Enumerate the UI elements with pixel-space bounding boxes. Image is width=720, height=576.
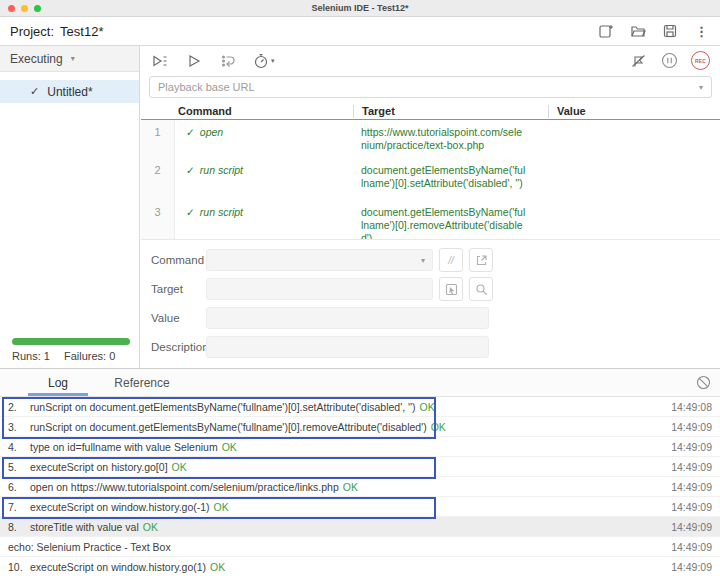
comment-toggle-button[interactable]: // [439,248,463,272]
find-target-icon[interactable] [469,277,493,301]
log-row-number: 7. [8,501,30,513]
log-row-text: echo: Selenium Practice - Text Box [8,541,171,553]
target-cell: document.getElementsByName('fullname')[0… [353,200,548,239]
log-rows: 2. runScript on document.getElementsByNa… [0,397,720,576]
column-header-command[interactable]: Command [175,105,353,117]
log-row-status: OK [431,421,446,433]
test-state-label: Executing [10,52,63,66]
log-row-timestamp: 14:49:09 [671,481,712,493]
log-row[interactable]: 2. runScript on document.getElementsByNa… [0,397,720,417]
failures-count: Failures: 0 [64,350,115,362]
open-project-icon[interactable] [629,23,646,40]
row-number: 3 [141,200,175,239]
step-passed-check-icon: ✓ [186,206,195,218]
log-row-timestamp: 14:49:09 [671,561,712,573]
tab-reference[interactable]: Reference [100,369,184,396]
playback-toolbar: ▾ REC [141,46,720,75]
log-row-timestamp: 14:49:09 [671,541,712,553]
save-project-icon[interactable] [661,23,678,40]
log-row-status: OK [343,481,358,493]
log-row[interactable]: 4. type on id=fullname with value Seleni… [0,437,720,457]
pause-on-exceptions-icon[interactable] [660,52,678,70]
test-passed-check-icon: ✓ [30,85,39,98]
column-header-target[interactable]: Target [353,105,548,118]
command-cell: run script [200,206,243,218]
main-content: ▾ REC Playback [141,46,720,368]
window-title: Selenium IDE - Test12* [0,3,720,13]
column-header-value[interactable]: Value [548,105,720,118]
disable-breakpoints-icon[interactable] [629,52,647,70]
selenium-ide-window: Selenium IDE - Test12* Project: Test12* [0,0,720,576]
project-name: Test12* [60,24,103,39]
command-select[interactable]: ▾ [206,249,433,271]
value-field-label: Value [151,312,206,324]
tests-sidebar: Executing ▾ ✓ Untitled* Runs: 1 Failures… [0,46,140,368]
sidebar-item-test[interactable]: ✓ Untitled* [0,80,139,103]
log-row-text: executeScript on window.history.go(-1) [30,501,210,513]
commands-table-header: Command Target Value [141,103,720,120]
playback-url-row: Playback base URL ▾ [141,75,720,103]
log-row-number: 4. [8,441,30,453]
commands-table: 1 ✓open https://www.tutorialspoint.com/s… [141,120,720,239]
log-row[interactable]: 5. executeScript on history.go[0] OK 14:… [0,457,720,477]
log-panel: Log Reference 2. runScript on document.g… [0,368,720,576]
log-row-number: 8. [8,521,30,533]
log-row-number: 5. [8,461,30,473]
target-input[interactable] [206,278,433,300]
playback-base-url-placeholder: Playback base URL [158,81,255,93]
clear-log-icon[interactable] [696,375,712,391]
project-label: Project: [10,24,54,39]
comment-toggle-label: // [448,255,454,266]
table-row[interactable]: 1 ✓open https://www.tutorialspoint.com/s… [141,120,720,158]
log-row-number: 2. [8,401,30,413]
test-speed-control[interactable]: ▾ [253,53,275,69]
select-target-icon[interactable] [439,277,463,301]
test-state-dropdown[interactable]: Executing ▾ [0,46,139,72]
command-field-label: Command [151,254,206,266]
target-cell: document.getElementsByName('fullname')[0… [353,158,548,200]
table-row[interactable]: 3 ✓run script document.getElementsByName… [141,200,720,239]
value-cell [548,200,720,239]
log-row[interactable]: 6. open on https://www.tutorialspoint.co… [0,477,720,497]
target-cell: https://www.tutorialspoint.com/selenium/… [353,120,548,158]
log-row-status: OK [143,521,158,533]
value-cell [548,158,720,200]
playback-base-url-input[interactable]: Playback base URL ▾ [149,76,712,98]
runs-count: Runs: 1 [12,350,50,362]
log-row[interactable]: 8. storeTitle with value val OK 14:49:09 [0,517,720,537]
command-edit-form: Command ▾ // Target [141,239,720,367]
log-row-text: executeScript on history.go[0] [30,461,168,473]
description-input[interactable] [206,336,489,358]
new-project-icon[interactable] [597,23,614,40]
log-highlight-box: 2. runScript on document.getElementsByNa… [0,397,720,437]
log-row-text: runScript on document.getElementsByName(… [30,401,416,413]
log-row-timestamp: 14:49:09 [671,421,712,433]
record-button[interactable]: REC [691,51,710,70]
run-current-test-icon[interactable] [185,52,203,70]
log-row-text: executeScript on window.history.go(1) [30,561,206,573]
log-row-status: OK [210,561,225,573]
log-row[interactable]: 3. runScript on document.getElementsByNa… [0,417,720,437]
log-row-timestamp: 14:49:09 [671,441,712,453]
test-name: Untitled* [47,85,92,99]
log-highlight-box: 5. executeScript on history.go[0] OK 14:… [0,457,720,477]
table-row[interactable]: 2 ✓run script document.getElementsByName… [141,158,720,200]
row-number: 2 [141,158,175,200]
run-all-tests-icon[interactable] [151,52,169,70]
log-row[interactable]: echo: Selenium Practice - Text Box 14:49… [0,537,720,557]
command-cell: open [200,126,223,138]
log-row[interactable]: 7. executeScript on window.history.go(-1… [0,497,720,517]
value-input[interactable] [206,307,489,329]
row-number: 1 [141,120,175,158]
open-in-new-window-icon[interactable] [469,248,493,272]
description-field-label: Description [151,341,206,353]
log-row-timestamp: 14:49:09 [671,461,712,473]
log-row[interactable]: 10. executeScript on window.history.go(1… [0,557,720,576]
log-row-number: 10. [8,561,30,573]
log-row-text: open on https://www.tutorialspoint.com/s… [30,481,339,493]
step-over-icon[interactable] [219,52,237,70]
more-menu-icon[interactable]: ⋮ [693,23,710,40]
log-row-text: storeTitle with value val [30,521,139,533]
target-field-label: Target [151,283,206,295]
tab-log[interactable]: Log [28,369,88,396]
